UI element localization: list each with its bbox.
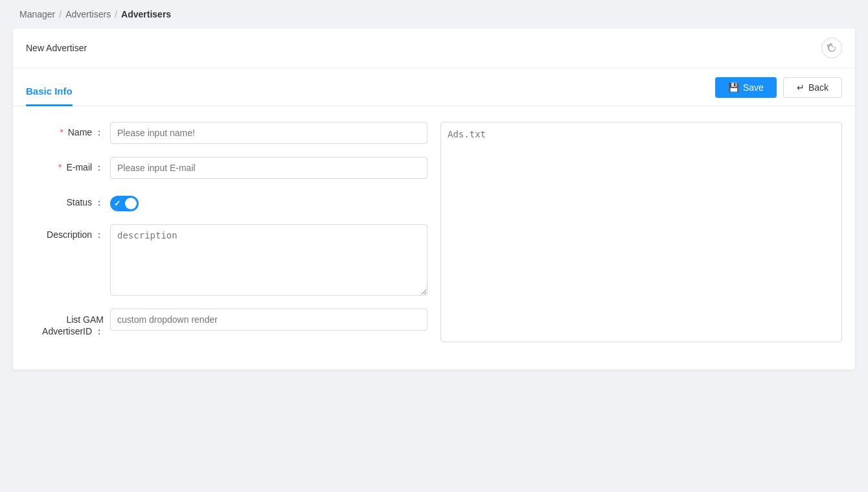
back-button[interactable]: ↵ Back (783, 77, 842, 98)
card-header: New Advertiser (13, 29, 855, 68)
toolbar: 💾 Save ↵ Back (715, 68, 842, 106)
name-input[interactable] (110, 122, 428, 144)
save-button[interactable]: 💾 Save (715, 77, 777, 98)
breadcrumb-manager[interactable]: Manager (19, 9, 55, 19)
breadcrumb-current: Advertisers (121, 9, 171, 19)
ads-txt-input[interactable] (440, 122, 842, 342)
card-title: New Advertiser (26, 43, 87, 53)
description-row: Description ： (26, 224, 428, 296)
tab-basic-info[interactable]: Basic Info (26, 75, 73, 106)
form-left: * Name ： * E-mail ： Status ： (26, 122, 428, 350)
list-gam-row: List GAM AdvertiserID ： (26, 309, 428, 337)
history-icon (827, 43, 837, 53)
name-row: * Name ： (26, 122, 428, 144)
form-right (440, 122, 842, 350)
breadcrumb: Manager / Advertisers / Advertisers (0, 0, 868, 29)
breadcrumb-sep-2: / (115, 9, 117, 19)
name-required-mark: * (60, 127, 63, 137)
list-gam-label: List GAM AdvertiserID ： (26, 309, 110, 337)
description-input[interactable] (110, 224, 428, 296)
tab-section: Basic Info 💾 Save ↵ Back (13, 68, 855, 106)
status-toggle-wrapper: ✓ (110, 192, 139, 211)
email-label: * E-mail ： (26, 157, 110, 174)
name-label: * Name ： (26, 122, 110, 139)
status-row: Status ： ✓ (26, 192, 428, 211)
history-button[interactable] (821, 38, 842, 58)
email-input[interactable] (110, 157, 428, 179)
status-toggle[interactable]: ✓ (110, 196, 139, 211)
main-card: New Advertiser Basic Info 💾 Save ↵ Back (13, 29, 855, 369)
save-icon: 💾 (728, 82, 739, 93)
form-area: * Name ： * E-mail ： Status ： (13, 122, 855, 350)
email-row: * E-mail ： (26, 157, 428, 179)
description-label: Description ： (26, 224, 110, 241)
breadcrumb-sep-1: / (59, 9, 62, 19)
breadcrumb-advertisers-link[interactable]: Advertisers (65, 9, 111, 19)
toggle-thumb (125, 198, 137, 209)
email-required-mark: * (58, 162, 62, 172)
status-label: Status ： (26, 192, 110, 209)
back-icon: ↵ (797, 82, 805, 93)
list-gam-input[interactable] (110, 309, 428, 331)
toggle-check-icon: ✓ (114, 199, 120, 208)
